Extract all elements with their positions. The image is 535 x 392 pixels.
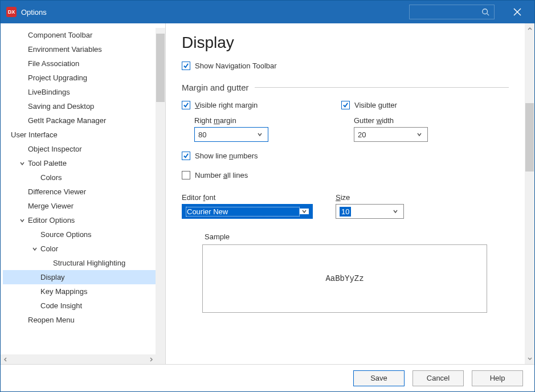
tree-item-label: Saving and Desktop <box>28 102 94 111</box>
tree-item[interactable]: Difference Viewer <box>3 185 156 199</box>
titlebar-search[interactable] <box>409 5 495 19</box>
tree-item[interactable]: Color <box>3 242 156 256</box>
check-icon <box>183 102 189 108</box>
tree-item[interactable]: Editor Options <box>3 213 156 227</box>
editor-font-combo[interactable]: Courier New <box>182 204 313 219</box>
size-combo[interactable]: 10 <box>336 204 404 219</box>
window-title: Options <box>21 8 409 17</box>
sample-preview: AaBbYyZz <box>202 244 487 313</box>
scroll-right-arrow[interactable] <box>146 354 156 364</box>
tree-item[interactable]: File Association <box>3 56 156 71</box>
tree-item[interactable]: Structural Highlighting <box>3 256 156 270</box>
tree-item-label: Difference Viewer <box>28 187 86 196</box>
tree-item[interactable]: GetIt Package Manager <box>3 113 156 128</box>
gutter-width-label: Gutter width <box>354 116 455 125</box>
tree-item-label: Object Inspector <box>28 145 82 153</box>
tree-item-label: Component Toolbar <box>28 31 92 39</box>
svg-point-0 <box>483 9 488 14</box>
content-vertical-scrollbar[interactable] <box>525 23 534 364</box>
visible-gutter-checkbox[interactable] <box>341 101 350 109</box>
tree-item-label: Display <box>40 273 65 281</box>
scrollbar-thumb[interactable] <box>156 34 165 102</box>
check-icon <box>183 153 189 159</box>
help-button[interactable]: Help <box>472 370 523 386</box>
scroll-left-arrow[interactable] <box>1 354 10 364</box>
save-button[interactable]: Save <box>353 370 405 386</box>
cancel-button[interactable]: Cancel <box>413 370 464 386</box>
tree-item-label: Source Options <box>40 230 92 239</box>
show-line-numbers-checkbox[interactable] <box>182 152 190 160</box>
tree-item-label: Colors <box>40 173 62 182</box>
search-icon <box>481 8 489 16</box>
tree-item-label: User Interface <box>11 130 58 139</box>
tree-item[interactable]: Project Upgrading <box>3 71 156 85</box>
right-margin-value: 80 <box>198 130 255 139</box>
chevron-down-icon <box>300 209 309 214</box>
tree-item-label: Structural Highlighting <box>53 259 125 267</box>
chevron-down-icon <box>415 132 424 137</box>
tree-item[interactable]: LiveBindings <box>3 85 156 99</box>
tree-item[interactable]: Component Toolbar <box>3 28 156 42</box>
tree-item[interactable]: Saving and Desktop <box>3 99 156 113</box>
scrollbar-thumb[interactable] <box>525 103 534 172</box>
tree-vertical-scrollbar[interactable] <box>156 28 165 354</box>
gutter-width-combo[interactable]: 20 <box>354 127 428 142</box>
options-tree[interactable]: Component ToolbarEnvironment VariablesFi… <box>1 28 156 354</box>
size-label: Size <box>336 193 404 202</box>
tree-item-label: Reopen Menu <box>28 316 75 324</box>
tree-item[interactable]: Object Inspector <box>3 142 156 156</box>
tree-item[interactable]: Reopen Menu <box>3 313 156 327</box>
tree-item[interactable]: Display <box>3 270 156 284</box>
chevron-down-icon[interactable] <box>18 216 27 225</box>
tree-item-label: Code Insight <box>40 301 82 310</box>
gutter-width-value: 20 <box>358 130 415 139</box>
tree-item-label: Project Upgrading <box>28 74 87 82</box>
tree-item-label: Color <box>40 244 58 253</box>
right-margin-combo[interactable]: 80 <box>194 127 268 142</box>
check-icon <box>342 102 349 108</box>
check-icon <box>183 63 189 69</box>
app-icon: DX <box>6 7 17 17</box>
tree-item[interactable]: Merge Viewer <box>3 199 156 213</box>
visible-right-margin-label: Visible right margin <box>195 101 258 109</box>
editor-font-value: Courier New <box>186 207 300 217</box>
chevron-down-icon[interactable] <box>30 244 39 254</box>
margin-gutter-section-label: Margin and gutter <box>182 83 249 92</box>
tree-item[interactable]: Tool Palette <box>3 156 156 170</box>
tree-item[interactable]: Key Mappings <box>3 284 156 299</box>
close-button[interactable] <box>506 1 529 23</box>
page-title: Display <box>182 34 509 52</box>
chevron-down-icon <box>255 132 264 137</box>
tree-item-label: Merge Viewer <box>28 202 73 210</box>
scroll-up-arrow[interactable] <box>526 26 533 32</box>
tree-item[interactable]: Environment Variables <box>3 42 156 56</box>
tree-item[interactable]: Source Options <box>3 227 156 242</box>
tree-item-label: Key Mappings <box>40 287 87 296</box>
number-all-lines-label: Number all lines <box>195 171 248 179</box>
sample-label: Sample <box>205 232 487 241</box>
tree-item-label: Editor Options <box>28 216 75 224</box>
options-tree-panel: Component ToolbarEnvironment VariablesFi… <box>1 23 166 364</box>
tree-horizontal-scrollbar[interactable] <box>1 354 156 364</box>
show-line-numbers-label: Show line numbers <box>195 152 258 160</box>
tree-item-label: GetIt Package Manager <box>28 116 106 125</box>
tree-item-label: Tool Palette <box>28 159 67 168</box>
sample-text: AaBbYyZz <box>325 274 364 283</box>
visible-right-margin-checkbox[interactable] <box>182 101 190 109</box>
show-navigation-toolbar-checkbox[interactable] <box>182 62 190 70</box>
chevron-down-icon <box>391 209 400 214</box>
tree-item-label: Environment Variables <box>28 45 102 54</box>
tree-item-label: LiveBindings <box>28 88 70 96</box>
scroll-down-arrow[interactable] <box>526 355 533 362</box>
tree-item[interactable]: Colors <box>3 170 156 185</box>
tree-item[interactable]: User Interface <box>3 128 156 142</box>
number-all-lines-checkbox[interactable] <box>182 171 190 179</box>
tree-item[interactable]: Code Insight <box>3 299 156 313</box>
section-divider <box>255 87 509 88</box>
scrollbar-corner <box>156 354 165 364</box>
chevron-down-icon[interactable] <box>18 159 27 168</box>
visible-gutter-label: Visible gutter <box>354 101 397 109</box>
editor-font-label: Editor font <box>182 193 313 202</box>
show-navigation-toolbar-label: Show Navigation Toolbar <box>195 62 277 70</box>
tree-item-label: File Association <box>28 59 79 68</box>
